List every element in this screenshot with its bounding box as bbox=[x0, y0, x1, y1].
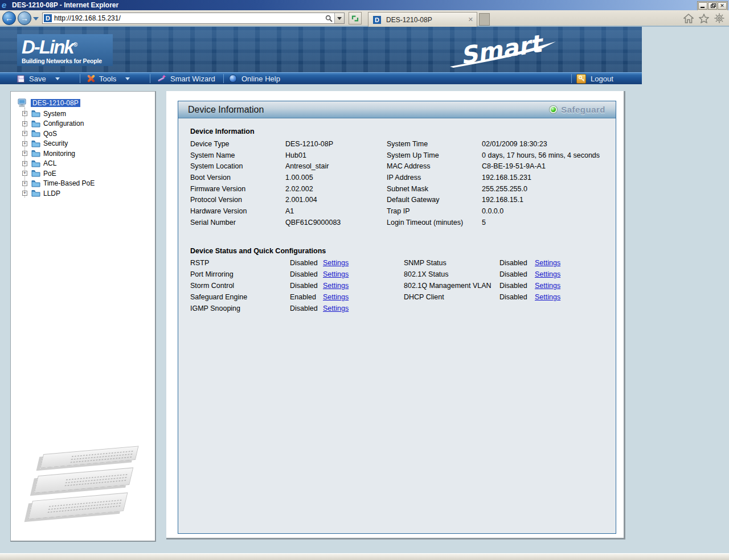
sidebar-item-label[interactable]: Security bbox=[43, 139, 68, 147]
settings-link[interactable]: Settings bbox=[535, 293, 560, 301]
settings-gear-icon[interactable] bbox=[714, 13, 724, 23]
info-label: MAC Address bbox=[387, 162, 482, 170]
sidebar-item-label[interactable]: Configuration bbox=[43, 120, 84, 127]
new-tab-button[interactable] bbox=[479, 13, 490, 26]
tree-root-label[interactable]: DES-1210-08P bbox=[31, 99, 80, 107]
expand-icon[interactable]: + bbox=[22, 171, 27, 176]
sidebar-item-label[interactable]: System bbox=[43, 110, 66, 118]
tree-root-node[interactable]: DES-1210-08P bbox=[18, 97, 155, 109]
search-icon[interactable] bbox=[323, 13, 334, 23]
sidebar-item-poe[interactable]: + PoE bbox=[18, 168, 155, 179]
sidebar-item-label[interactable]: LLDP bbox=[43, 190, 60, 197]
window-titlebar[interactable]: e DES-1210-08P - Internet Explorer ✕ bbox=[0, 0, 729, 10]
settings-link[interactable]: Settings bbox=[535, 282, 560, 290]
restore-button[interactable] bbox=[708, 2, 717, 10]
sidebar-item-qos[interactable]: + QoS bbox=[18, 129, 155, 139]
internet-explorer-icon: e bbox=[2, 1, 10, 9]
folder-icon bbox=[31, 180, 40, 187]
tools-dropdown-icon[interactable] bbox=[125, 77, 130, 80]
info-label: Trap IP bbox=[387, 207, 482, 215]
smart-logo: Smart bbox=[444, 28, 564, 72]
address-bar[interactable]: D http://192.168.15.231/ bbox=[42, 13, 345, 24]
device-icon bbox=[18, 98, 27, 108]
expand-icon[interactable]: + bbox=[22, 131, 27, 136]
sidebar-item-label[interactable]: Time-Based PoE bbox=[43, 179, 95, 187]
close-button[interactable]: ✕ bbox=[718, 2, 727, 10]
settings-link[interactable]: Settings bbox=[323, 293, 349, 301]
info-label: Hardware Version bbox=[190, 207, 285, 215]
sidebar-item-label[interactable]: ACL bbox=[43, 159, 56, 167]
status-state: Disabled bbox=[290, 282, 323, 290]
sidebar-item-label[interactable]: Monitoring bbox=[43, 150, 75, 158]
online-help-label: Online Help bbox=[241, 75, 280, 83]
status-label: Port Mirroring bbox=[190, 270, 290, 278]
status-state: Disabled bbox=[290, 259, 323, 267]
tab-favicon: D bbox=[373, 16, 381, 24]
tools-icon bbox=[87, 75, 95, 83]
status-label: RSTP bbox=[190, 259, 290, 267]
tab-close-icon[interactable]: ✕ bbox=[468, 16, 473, 23]
expand-icon[interactable]: + bbox=[22, 151, 27, 156]
expand-icon[interactable]: + bbox=[22, 141, 27, 146]
device-tree: DES-1210-08P + System + Configuration + … bbox=[11, 92, 155, 199]
minimize-button[interactable] bbox=[698, 2, 707, 10]
status-state: Disabled bbox=[290, 304, 323, 312]
sidebar-item-lldp[interactable]: + LLDP bbox=[18, 188, 155, 199]
tools-menu[interactable]: Tools bbox=[87, 73, 130, 84]
logout-button[interactable]: Logout bbox=[576, 73, 613, 84]
status-state: Disabled bbox=[499, 293, 535, 301]
info-label: Boot Version bbox=[190, 174, 285, 182]
folder-icon bbox=[31, 110, 40, 117]
settings-link[interactable]: Settings bbox=[535, 270, 560, 278]
sidebar-item-monitoring[interactable]: + Monitoring bbox=[18, 149, 155, 159]
settings-link[interactable]: Settings bbox=[323, 259, 349, 267]
expand-icon[interactable]: + bbox=[22, 161, 27, 166]
expand-icon[interactable]: + bbox=[22, 121, 27, 126]
sidebar-item-label[interactable]: PoE bbox=[43, 170, 56, 178]
back-button[interactable]: ← bbox=[2, 11, 16, 25]
status-label: SNMP Status bbox=[404, 259, 499, 267]
save-icon bbox=[17, 75, 24, 83]
expand-icon[interactable]: + bbox=[22, 111, 27, 116]
safeguard-badge: Safeguard bbox=[550, 105, 616, 114]
status-label: 802.1X Status bbox=[404, 270, 499, 278]
info-label: Subnet Mask bbox=[387, 185, 482, 193]
info-value: Antresol_stair bbox=[285, 162, 387, 170]
sidebar-item-time-based-poe[interactable]: + Time-Based PoE bbox=[18, 179, 155, 189]
expand-icon[interactable]: + bbox=[22, 181, 27, 186]
sidebar-item-label[interactable]: QoS bbox=[43, 130, 57, 138]
info-value: 1.00.005 bbox=[285, 174, 387, 182]
favorites-star-icon[interactable] bbox=[699, 14, 709, 23]
address-dropdown-button[interactable] bbox=[334, 13, 344, 23]
info-value: C8-BE-19-51-9A-A1 bbox=[482, 162, 616, 170]
save-dropdown-icon[interactable] bbox=[55, 77, 60, 80]
sidebar-item-system[interactable]: + System bbox=[18, 109, 155, 119]
url-text[interactable]: http://192.168.15.231/ bbox=[54, 14, 323, 22]
device-information-panel: Device Information Safeguard Device Info… bbox=[178, 101, 616, 534]
save-menu[interactable]: Save bbox=[17, 73, 60, 84]
sidebar-item-acl[interactable]: + ACL bbox=[18, 159, 155, 169]
help-globe-icon bbox=[229, 75, 237, 83]
expand-icon[interactable]: + bbox=[22, 191, 27, 196]
forward-button[interactable]: → bbox=[18, 11, 31, 25]
app-menubar: Save Tools ✦ Smart Wizard Online Help Lo… bbox=[0, 72, 642, 84]
sidebar-item-security[interactable]: + Security bbox=[18, 139, 155, 149]
status-state: Disabled bbox=[499, 259, 535, 267]
home-icon[interactable] bbox=[683, 14, 694, 23]
browser-tab[interactable]: D DES-1210-08P ✕ bbox=[368, 12, 477, 27]
browser-toolbar: ← → D http://192.168.15.231/ D DES-1210-… bbox=[0, 10, 729, 27]
browser-window: e DES-1210-08P - Internet Explorer ✕ ← →… bbox=[0, 0, 729, 560]
online-help-menu[interactable]: Online Help bbox=[229, 73, 280, 84]
info-label: IP Address bbox=[387, 174, 482, 182]
info-value: Hub01 bbox=[285, 151, 387, 159]
info-value: 2.001.004 bbox=[285, 196, 387, 204]
settings-link[interactable]: Settings bbox=[323, 304, 349, 312]
smart-wizard-menu[interactable]: ✦ Smart Wizard bbox=[157, 73, 215, 84]
refresh-button[interactable] bbox=[349, 12, 362, 24]
info-value: 02/01/2009 18:30:23 bbox=[482, 140, 616, 148]
history-dropdown-icon[interactable] bbox=[33, 17, 39, 20]
sidebar-item-configuration[interactable]: + Configuration bbox=[18, 119, 155, 129]
settings-link[interactable]: Settings bbox=[323, 270, 349, 278]
settings-link[interactable]: Settings bbox=[323, 282, 349, 290]
settings-link[interactable]: Settings bbox=[535, 259, 560, 267]
